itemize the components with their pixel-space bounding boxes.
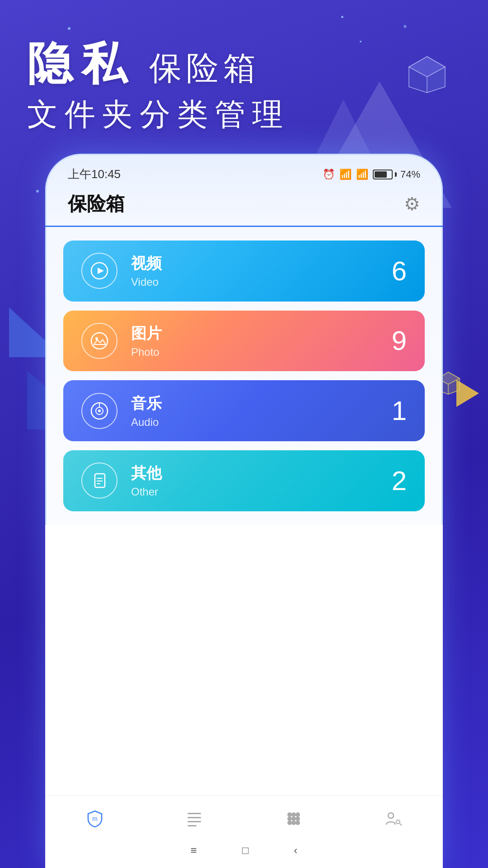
svg-point-25 bbox=[287, 812, 292, 817]
other-labels: 其他 Other bbox=[131, 463, 162, 498]
svg-point-10 bbox=[91, 333, 108, 349]
svg-point-28 bbox=[287, 816, 292, 821]
svg-point-31 bbox=[287, 821, 292, 825]
photo-count: 9 bbox=[392, 325, 407, 356]
svg-point-26 bbox=[291, 812, 296, 817]
video-name-en: Video bbox=[131, 276, 162, 288]
category-card-photo[interactable]: 图片 Photo 9 bbox=[63, 311, 425, 372]
video-labels: 视频 Video bbox=[131, 253, 162, 288]
other-name-en: Other bbox=[131, 486, 162, 498]
svg-point-29 bbox=[291, 816, 296, 821]
svg-rect-24 bbox=[188, 825, 197, 826]
star-dot bbox=[36, 190, 39, 193]
list-nav-icon bbox=[185, 809, 204, 828]
category-card-audio[interactable]: 音乐 Audio 1 bbox=[63, 380, 425, 441]
svg-rect-23 bbox=[188, 821, 201, 822]
svg-rect-21 bbox=[188, 813, 201, 814]
svg-line-36 bbox=[400, 824, 402, 826]
other-icon-circle bbox=[81, 462, 117, 499]
star-dot bbox=[404, 25, 407, 28]
phone-mockup: 上午10:45 ⏰ 📶 📶 74% 保险箱 ⚙ bbox=[45, 154, 443, 868]
file-icon bbox=[90, 472, 108, 490]
photo-icon bbox=[90, 332, 108, 350]
svg-point-11 bbox=[95, 337, 98, 340]
svg-marker-3 bbox=[409, 67, 427, 93]
audio-labels: 音乐 Audio bbox=[131, 393, 162, 429]
svg-rect-22 bbox=[188, 817, 201, 818]
triangle-play-right bbox=[456, 380, 479, 407]
svg-marker-9 bbox=[98, 268, 104, 274]
audio-icon bbox=[90, 402, 108, 420]
back-button[interactable]: ‹ bbox=[294, 844, 297, 857]
category-card-other[interactable]: 其他 Other 2 bbox=[63, 450, 425, 511]
app-tagline-subtitle: 文件夹分类管理 bbox=[27, 94, 290, 135]
svg-marker-6 bbox=[448, 378, 460, 394]
audio-name-zh: 音乐 bbox=[131, 393, 162, 414]
photo-icon-circle bbox=[81, 323, 117, 359]
svg-point-33 bbox=[296, 821, 300, 825]
audio-count: 1 bbox=[392, 395, 407, 426]
category-card-video[interactable]: 视频 Video 6 bbox=[63, 241, 425, 302]
status-bar: 上午10:45 ⏰ 📶 📶 74% bbox=[45, 154, 443, 187]
system-navigation: ≡ □ ‹ bbox=[45, 837, 443, 868]
safe-nav-icon: m bbox=[85, 809, 104, 828]
app-screen-title: 保险箱 bbox=[68, 191, 125, 217]
wifi-icon: 📶 bbox=[339, 169, 352, 180]
star-dot bbox=[360, 41, 361, 42]
nav-list[interactable] bbox=[171, 805, 217, 833]
svg-point-34 bbox=[388, 813, 394, 818]
svg-text:m: m bbox=[92, 815, 98, 822]
other-count: 2 bbox=[392, 465, 407, 496]
photo-name-en: Photo bbox=[131, 346, 162, 359]
app-header: 保险箱 ⚙ bbox=[45, 187, 443, 227]
bottom-navigation: m bbox=[45, 795, 443, 837]
svg-marker-1 bbox=[409, 57, 445, 77]
star-dot bbox=[341, 16, 343, 18]
svg-point-14 bbox=[98, 410, 101, 412]
svg-point-32 bbox=[291, 821, 296, 825]
video-name-zh: 视频 bbox=[131, 253, 162, 274]
menu-button[interactable]: ≡ bbox=[191, 844, 197, 857]
apps-nav-icon bbox=[284, 809, 303, 828]
other-name-zh: 其他 bbox=[131, 463, 162, 484]
nav-profile[interactable] bbox=[370, 805, 416, 833]
profile-nav-icon bbox=[384, 809, 403, 828]
svg-point-30 bbox=[296, 816, 300, 821]
signal-icon: 📶 bbox=[356, 169, 368, 180]
audio-icon-circle bbox=[81, 393, 117, 429]
svg-point-27 bbox=[296, 812, 300, 817]
category-list: 视频 Video 6 图片 Photo 9 bbox=[45, 227, 443, 525]
video-icon-circle bbox=[81, 253, 117, 289]
header-section: 隐私 保险箱 文件夹分类管理 bbox=[27, 36, 290, 135]
svg-marker-0 bbox=[409, 57, 445, 93]
app-tagline-title: 隐私 保险箱 bbox=[27, 36, 290, 90]
battery-indicator: 74% bbox=[373, 169, 420, 180]
svg-point-35 bbox=[396, 820, 400, 824]
nav-apps[interactable] bbox=[271, 805, 317, 833]
alarm-icon: ⏰ bbox=[323, 169, 335, 180]
photo-labels: 图片 Photo bbox=[131, 323, 162, 359]
star-dot bbox=[68, 27, 70, 30]
photo-name-zh: 图片 bbox=[131, 323, 162, 344]
nav-safe[interactable]: m bbox=[72, 805, 118, 833]
status-time: 上午10:45 bbox=[68, 166, 121, 182]
settings-icon[interactable]: ⚙ bbox=[404, 193, 420, 214]
content-spacer bbox=[45, 525, 443, 796]
svg-marker-2 bbox=[427, 67, 445, 93]
video-count: 6 bbox=[392, 255, 407, 287]
audio-name-en: Audio bbox=[131, 416, 162, 429]
play-icon bbox=[90, 262, 108, 280]
home-button[interactable]: □ bbox=[242, 844, 249, 857]
status-icons: ⏰ 📶 📶 74% bbox=[323, 169, 420, 180]
cube-3d-top-right bbox=[407, 54, 447, 95]
